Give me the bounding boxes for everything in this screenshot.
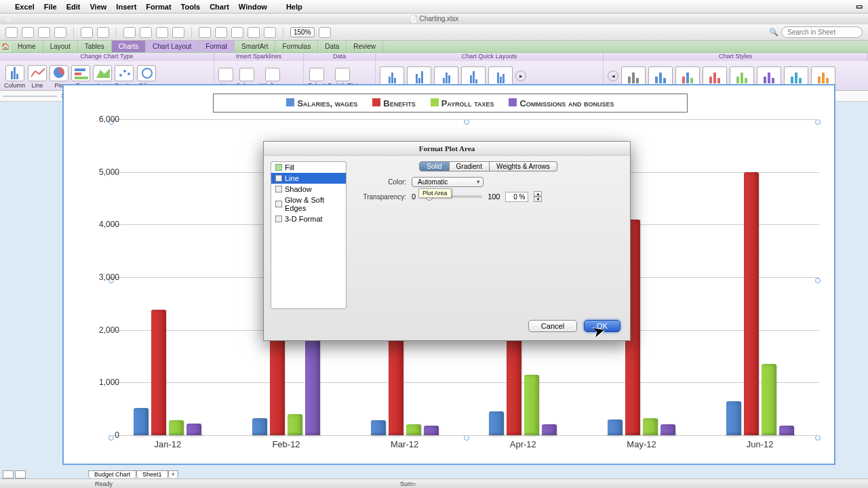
tab-formulas[interactable]: Formulas: [275, 41, 318, 52]
chart-style-7[interactable]: [784, 66, 808, 85]
chart-style-8[interactable]: [811, 66, 835, 85]
toolbox-icon[interactable]: [264, 27, 276, 38]
category-3d[interactable]: 3-D Format: [271, 214, 346, 224]
category-shadow[interactable]: Shadow: [271, 184, 346, 195]
undo-icon[interactable]: [81, 27, 93, 38]
sheet-tab-sheet1[interactable]: Sheet1: [136, 470, 168, 478]
plot-handle[interactable]: [815, 435, 821, 441]
ok-button[interactable]: OK: [584, 320, 620, 332]
bar-salaries-wages[interactable]: [252, 418, 267, 435]
page-layout-view-button[interactable]: [15, 470, 26, 479]
help-icon[interactable]: [319, 27, 331, 38]
category-glow[interactable]: Glow & Soft Edges: [271, 195, 346, 214]
category-fill[interactable]: Fill: [271, 162, 346, 173]
chart-style-6[interactable]: [757, 66, 781, 85]
menu-edit[interactable]: Edit: [66, 3, 81, 11]
bar-commissions-and-bonuses[interactable]: [542, 424, 557, 435]
copy-icon[interactable]: [140, 27, 152, 38]
tab-layout[interactable]: Layout: [43, 41, 78, 52]
bar-commissions-and-bonuses[interactable]: [424, 426, 439, 435]
styles-prev-icon[interactable]: ◂: [608, 70, 618, 81]
bar-benefits[interactable]: [744, 172, 759, 435]
tab-smartart[interactable]: SmartArt: [235, 41, 275, 52]
bar-salaries-wages[interactable]: [371, 420, 386, 435]
menu-chart[interactable]: Chart: [210, 3, 229, 11]
segment-solid[interactable]: Solid: [419, 161, 449, 171]
sheet-tab-budget[interactable]: Budget Chart: [88, 470, 136, 478]
chart-style-4[interactable]: [703, 66, 727, 85]
quick-layout-2[interactable]: [407, 66, 431, 85]
menu-format[interactable]: Format: [146, 3, 171, 11]
transparency-stepper[interactable]: ▲▼: [534, 191, 542, 202]
menu-tools[interactable]: Tools: [181, 3, 201, 11]
print-icon[interactable]: [54, 27, 66, 38]
quick-layouts-more-icon[interactable]: ▸: [515, 70, 526, 81]
chart-type-column[interactable]: Column: [4, 65, 25, 89]
bar-benefits[interactable]: [151, 310, 166, 435]
chart-type-line[interactable]: Line: [28, 65, 47, 89]
chart-style-2[interactable]: [648, 66, 673, 85]
new-doc-icon[interactable]: [5, 27, 18, 38]
normal-view-button[interactable]: [3, 470, 14, 479]
plot-handle[interactable]: [108, 435, 114, 441]
bar-payroll-taxes[interactable]: [169, 420, 184, 435]
menu-help[interactable]: Help: [286, 3, 302, 11]
bar-salaries-wages[interactable]: [726, 401, 741, 435]
redo-icon[interactable]: [97, 27, 109, 38]
cancel-button[interactable]: Cancel: [528, 320, 577, 332]
bar-salaries-wages[interactable]: [134, 408, 149, 435]
bar-salaries-wages[interactable]: [608, 420, 623, 435]
name-box[interactable]: [3, 96, 57, 97]
quick-layout-4[interactable]: [461, 66, 486, 85]
autosum-icon[interactable]: [231, 27, 243, 38]
tab-data[interactable]: Data: [318, 41, 347, 52]
menu-file[interactable]: File: [44, 3, 57, 11]
stepper-up-icon[interactable]: ▲: [534, 191, 542, 197]
bar-commissions-and-bonuses[interactable]: [779, 426, 794, 435]
quick-layout-3[interactable]: [434, 66, 458, 85]
bar-payroll-taxes[interactable]: [406, 424, 421, 435]
bar-salaries-wages[interactable]: [489, 411, 504, 435]
color-dropdown[interactable]: Automatic: [412, 177, 484, 187]
filter-icon[interactable]: [215, 27, 227, 38]
menu-excel[interactable]: Excel: [15, 3, 35, 11]
chart-style-3[interactable]: [675, 66, 700, 85]
bar-payroll-taxes[interactable]: [762, 364, 776, 435]
bar-commissions-and-bonuses[interactable]: [660, 424, 675, 435]
bar-commissions-and-bonuses[interactable]: [186, 424, 201, 435]
tab-tables[interactable]: Tables: [78, 41, 112, 52]
save-icon[interactable]: [38, 27, 50, 38]
quick-layout-1[interactable]: [380, 66, 404, 85]
bar-payroll-taxes[interactable]: [643, 418, 658, 435]
add-sheet-button[interactable]: +: [168, 470, 178, 478]
search-input[interactable]: [781, 26, 863, 38]
quick-layout-5[interactable]: [488, 66, 513, 85]
tab-home[interactable]: Home: [11, 41, 43, 52]
open-icon[interactable]: [22, 27, 34, 38]
segment-gradient[interactable]: Gradient: [450, 161, 490, 171]
menu-view[interactable]: View: [90, 3, 106, 11]
paste-icon[interactable]: [156, 27, 168, 38]
menubar-right-icon[interactable]: ▭: [856, 2, 863, 11]
fx-icon[interactable]: [248, 27, 260, 38]
stepper-down-icon[interactable]: ▼: [534, 197, 542, 202]
segment-weights[interactable]: Weights & Arrows: [490, 161, 557, 171]
format-painter-icon[interactable]: [172, 27, 184, 38]
tab-chart-layout[interactable]: Chart Layout: [146, 41, 199, 52]
tab-charts[interactable]: Charts: [112, 41, 146, 52]
chart-style-1[interactable]: [621, 66, 646, 85]
sort-icon[interactable]: [199, 27, 211, 38]
chart-legend[interactable]: Salaries, wages Benefits Payroll taxes C…: [213, 94, 688, 113]
zoom-select[interactable]: 150%: [290, 27, 315, 37]
category-line[interactable]: Line: [271, 173, 346, 184]
menu-insert[interactable]: Insert: [116, 3, 136, 11]
dialog-category-list[interactable]: Fill Line Shadow Glow & Soft Edges 3-D F…: [271, 161, 347, 309]
tab-review[interactable]: Review: [347, 41, 383, 52]
tab-format[interactable]: Format: [199, 41, 235, 52]
cut-icon[interactable]: [123, 27, 136, 38]
transparency-value[interactable]: 0 %: [505, 192, 528, 202]
menu-window[interactable]: Window: [239, 3, 267, 11]
bar-commissions-and-bonuses[interactable]: [305, 335, 320, 435]
chart-style-5[interactable]: [730, 66, 754, 85]
bar-payroll-taxes[interactable]: [288, 414, 302, 435]
